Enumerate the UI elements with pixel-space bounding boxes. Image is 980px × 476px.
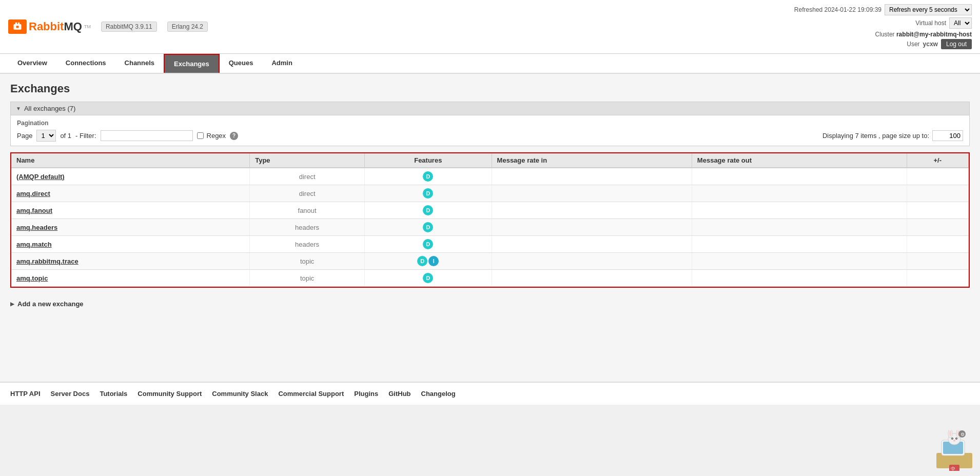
regex-checkbox[interactable] <box>197 132 204 139</box>
page-select[interactable]: 1 <box>36 130 56 142</box>
footer-link-commercial-support[interactable]: Commercial Support <box>278 390 344 398</box>
logo-text: RabbitMQ <box>29 20 82 33</box>
exchange-rate-in-cell <box>492 236 692 253</box>
svg-rect-3 <box>16 26 19 28</box>
exchange-type-cell: topic <box>250 270 365 287</box>
exchange-rate-out-cell <box>692 270 907 287</box>
nav-link-connections[interactable]: Connections <box>56 54 115 72</box>
nav-item-admin[interactable]: Admin <box>262 54 301 73</box>
pagination-area: Pagination Page 1 of 1 - Filter: Regex ?… <box>10 115 970 146</box>
add-exchange-section[interactable]: ▶ Add a new exchange <box>10 296 970 312</box>
footer-link-tutorials[interactable]: Tutorials <box>100 390 127 398</box>
exchange-name-cell[interactable]: amq.topic <box>11 270 250 287</box>
exchange-rate-out-cell <box>692 236 907 253</box>
exchange-name-link[interactable]: amq.fanout <box>16 207 52 214</box>
exchange-name-link[interactable]: amq.rabbitmq.trace <box>16 257 79 265</box>
nav-item-overview[interactable]: Overview <box>8 54 56 73</box>
exchange-name-link[interactable]: amq.direct <box>16 190 50 197</box>
exchange-rate-out-cell <box>692 202 907 219</box>
table-row: amq.topictopicD <box>11 270 969 287</box>
exchange-type-cell: fanout <box>250 202 365 219</box>
nav-link-exchanges[interactable]: Exchanges <box>164 54 220 73</box>
page-title: Exchanges <box>10 82 970 95</box>
footer-link-changelog[interactable]: Changelog <box>421 390 456 398</box>
filter-input[interactable] <box>101 130 193 141</box>
footer-link-community-support[interactable]: Community Support <box>138 390 202 398</box>
exchange-name-link[interactable]: amq.topic <box>16 274 48 282</box>
all-exchanges-section-header[interactable]: ▼ All exchanges (7) <box>10 102 970 115</box>
exchange-name-cell[interactable]: amq.headers <box>11 219 250 236</box>
regex-text: Regex <box>207 132 226 140</box>
nav-link-admin[interactable]: Admin <box>262 54 301 72</box>
exchange-plus-minus-cell <box>907 219 968 236</box>
exchange-features-cell: D <box>365 270 492 287</box>
exchange-features-cell: D <box>365 236 492 253</box>
feature-badge-d: D <box>423 222 433 232</box>
nav-link-channels[interactable]: Channels <box>115 54 164 72</box>
footer-link-http-api[interactable]: HTTP API <box>10 390 41 398</box>
exchange-name-cell[interactable]: (AMQP default) <box>11 168 250 185</box>
vhost-row: Virtual host All / <box>794 17 972 29</box>
table-row: amq.matchheadersD <box>11 236 969 253</box>
exchange-type-cell: topic <box>250 253 365 270</box>
exchange-features-cell: DI <box>365 253 492 270</box>
footer-link-community-slack[interactable]: Community Slack <box>212 390 268 398</box>
header-right: Refreshed 2024-01-22 19:09:39 Refresh ev… <box>794 4 972 49</box>
nav-item-exchanges[interactable]: Exchanges <box>164 54 220 73</box>
help-icon[interactable]: ? <box>230 132 238 140</box>
section-arrow-icon: ▼ <box>16 106 21 111</box>
feature-badge-i: I <box>428 256 439 266</box>
exchange-rate-in-cell <box>492 253 692 270</box>
main-navigation: Overview Connections Channels Exchanges … <box>0 54 980 74</box>
exchange-type-cell: headers <box>250 236 365 253</box>
page-size-input[interactable] <box>932 130 963 141</box>
feature-badge-d: D <box>423 171 433 182</box>
svg-rect-1 <box>15 23 17 26</box>
nav-item-channels[interactable]: Channels <box>115 54 164 73</box>
col-header-features: Features <box>365 153 492 168</box>
exchange-name-link[interactable]: amq.headers <box>16 224 57 231</box>
exchange-name-cell[interactable]: amq.fanout <box>11 202 250 219</box>
vhost-select[interactable]: All / <box>949 17 972 29</box>
exchange-name-cell[interactable]: amq.rabbitmq.trace <box>11 253 250 270</box>
exchange-plus-minus-cell <box>907 253 968 270</box>
exchange-table-body: (AMQP default)directDamq.directdirectDam… <box>11 168 969 287</box>
nav-item-connections[interactable]: Connections <box>56 54 115 73</box>
rabbit-svg <box>12 22 23 32</box>
refresh-select[interactable]: Refresh every 5 seconds Refresh every 10… <box>885 4 972 15</box>
exchange-name-link[interactable]: amq.match <box>16 241 52 248</box>
add-exchange-arrow-icon: ▶ <box>10 301 14 307</box>
footer-link-server-docs[interactable]: Server Docs <box>51 390 90 398</box>
footer-link-github[interactable]: GitHub <box>388 390 410 398</box>
exchange-rate-in-cell <box>492 185 692 202</box>
exchange-name-cell[interactable]: amq.direct <box>11 185 250 202</box>
all-exchanges-label: All exchanges (7) <box>24 105 75 112</box>
user-label: User <box>907 41 919 48</box>
regex-label[interactable]: Regex <box>197 132 226 140</box>
exchange-rate-out-cell <box>692 168 907 185</box>
exchange-name-cell[interactable]: amq.match <box>11 236 250 253</box>
erlang-version: Erlang 24.2 <box>167 22 208 32</box>
nav-item-queues[interactable]: Queues <box>220 54 263 73</box>
logo: RabbitMQ TM <box>8 19 91 34</box>
user-name: ycxw <box>923 41 938 48</box>
pagination-controls: Page 1 of 1 - Filter: Regex ? <box>17 130 238 142</box>
exchange-plus-minus-cell <box>907 185 968 202</box>
exchange-table: Name Type Features Message rate in Messa… <box>11 153 969 287</box>
exchange-table-header: Name Type Features Message rate in Messa… <box>11 153 969 168</box>
exchange-name-link[interactable]: (AMQP default) <box>16 173 65 181</box>
cluster-row: Cluster rabbit@my-rabbitmq-host <box>794 31 972 38</box>
col-header-plus-minus[interactable]: +/- <box>907 153 968 168</box>
feature-badge-d: D <box>423 205 433 215</box>
logout-button[interactable]: Log out <box>941 39 972 49</box>
nav-link-overview[interactable]: Overview <box>8 54 56 72</box>
exchange-rate-in-cell <box>492 219 692 236</box>
table-row: (AMQP default)directD <box>11 168 969 185</box>
exchange-rate-in-cell <box>492 270 692 287</box>
nav-link-queues[interactable]: Queues <box>220 54 263 72</box>
footer-link-plugins[interactable]: Plugins <box>354 390 378 398</box>
exchange-rate-in-cell <box>492 168 692 185</box>
exchange-plus-minus-cell <box>907 168 968 185</box>
svg-rect-2 <box>18 23 19 26</box>
page-label: Page <box>17 132 32 140</box>
